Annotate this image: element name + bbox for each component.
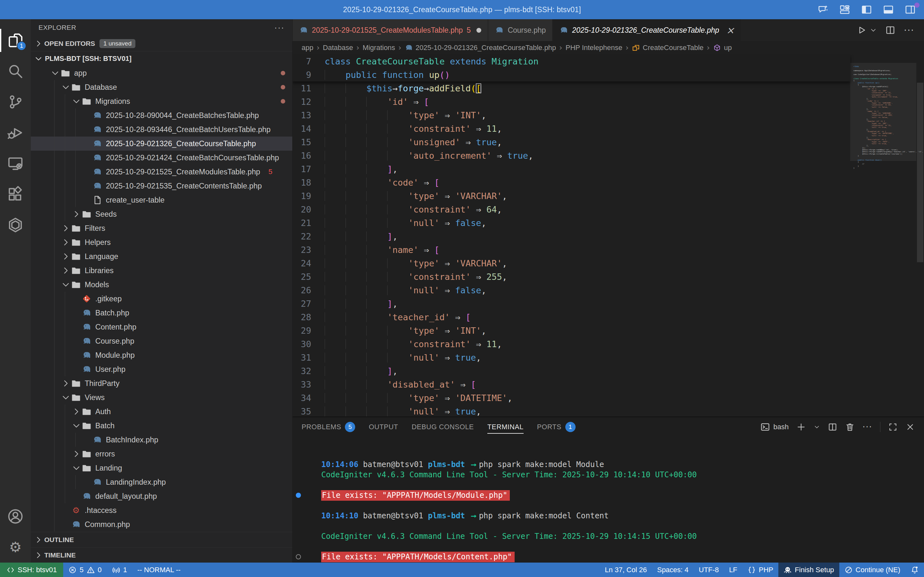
activity-account-button[interactable]: [0, 501, 31, 532]
code-line[interactable]: 34 'type' ⇒ 'DATETIME',: [292, 391, 924, 405]
code-line[interactable]: 7 class CreateCourseTable extends Migrat…: [292, 55, 850, 68]
tree-item[interactable]: Module.php: [31, 348, 292, 362]
open-editors-section[interactable]: OPEN EDITORS 1 unsaved: [31, 36, 292, 51]
status-vim-mode[interactable]: -- NORMAL --: [132, 562, 186, 577]
code-line[interactable]: 11 $this→forge→addField([: [292, 81, 924, 95]
activity-source-control-button[interactable]: [0, 87, 31, 117]
chevron-down-icon[interactable]: [870, 27, 877, 34]
activity-extensions-button[interactable]: [0, 179, 31, 210]
more-actions-button[interactable]: ···: [904, 25, 914, 35]
code-line[interactable]: 22 ],: [292, 229, 924, 243]
code-line[interactable]: 28 'teacher_id' ⇒ [: [292, 310, 924, 324]
split-editor-button[interactable]: [885, 25, 895, 35]
code-line[interactable]: 12 'id' ⇒ [: [292, 95, 924, 108]
code-line[interactable]: 25 'constraint' ⇒ 255,: [292, 270, 924, 284]
breadcrumb-item[interactable]: up: [713, 44, 732, 52]
code-line[interactable]: 17 ],: [292, 162, 924, 176]
code-line[interactable]: 29 'type' ⇒ 'INT',: [292, 324, 924, 337]
tree-item[interactable]: 2025-10-29-021525_CreateModulesTable.php…: [31, 165, 292, 179]
toggle-secondary-sidebar-icon[interactable]: [905, 4, 916, 15]
code-line[interactable]: 20 'constraint' ⇒ 64,: [292, 203, 924, 216]
toggle-panel-icon[interactable]: [883, 4, 894, 15]
terminal[interactable]: 10:14:06 batmen@btsv01 plms-bdt → php sp…: [292, 437, 924, 562]
panel-tab-ports[interactable]: PORTS 1: [537, 417, 575, 437]
code-line[interactable]: 26 'null' ⇒ false,: [292, 284, 924, 297]
activity-codeigniter-button[interactable]: [0, 210, 31, 240]
tree-item[interactable]: Language: [31, 250, 292, 263]
editor-tab[interactable]: 2025-10-29-021525_CreateModulesTable.php…: [292, 19, 488, 41]
tree-item[interactable]: Filters: [31, 221, 292, 235]
activity-explorer-button[interactable]: 1: [0, 25, 31, 56]
breadcrumb-item[interactable]: app: [302, 44, 313, 52]
panel-tab-debug-console[interactable]: DEBUG CONSOLE: [412, 417, 474, 437]
command-decoration[interactable]: [296, 493, 301, 498]
breadcrumb-item[interactable]: PHP Intelephense: [565, 44, 622, 52]
tree-item[interactable]: ThirdParty: [31, 376, 292, 390]
code-line[interactable]: 18 'code' ⇒ [: [292, 176, 924, 189]
code-line[interactable]: 16 'auto_increment' ⇒ true,: [292, 149, 924, 162]
code-line[interactable]: 19 'type' ⇒ 'VARCHAR',: [292, 189, 924, 203]
code-line[interactable]: 35 'null' ⇒ true,: [292, 405, 924, 417]
tree-item[interactable]: Course.php: [31, 334, 292, 348]
editor-tab[interactable]: Course.php: [488, 19, 552, 41]
editor-scrollbar[interactable]: [916, 55, 924, 417]
command-decoration[interactable]: [296, 554, 301, 559]
status-language[interactable]: PHP: [742, 562, 779, 577]
code-line[interactable]: 27 ],: [292, 297, 924, 310]
tree-item[interactable]: Models: [31, 277, 292, 292]
explorer-more-actions-button[interactable]: ···: [274, 23, 284, 33]
code-editor[interactable]: 11 $this→forge→addField([ 12 'id' ⇒ [ 13…: [292, 55, 924, 417]
editor-tab[interactable]: 2025-10-29-021326_CreateCourseTable.php …: [553, 19, 740, 41]
tree-item[interactable]: Auth: [31, 405, 292, 419]
tree-item[interactable]: 2025-10-28-090044_CreateBatchesTable.php: [31, 108, 292, 122]
panel-tab-terminal[interactable]: TERMINAL: [487, 417, 523, 437]
close-panel-button[interactable]: [905, 422, 915, 432]
tree-item[interactable]: Common.php: [31, 517, 292, 532]
workspace-root-item[interactable]: PLMS-BDT [SSH: BTSV01]: [31, 51, 292, 66]
code-line[interactable]: 24 'type' ⇒ 'VARCHAR',: [292, 256, 924, 270]
tree-item[interactable]: create_user-table: [31, 193, 292, 207]
tree-item[interactable]: 2025-10-29-021424_CreateBatchCoursesTabl…: [31, 151, 292, 165]
code-line[interactable]: 21 'null' ⇒ false,: [292, 216, 924, 229]
tree-item[interactable]: User.php: [31, 362, 292, 376]
modified-dot[interactable]: [477, 28, 481, 33]
code-line[interactable]: 31 'null' ⇒ true,: [292, 351, 924, 364]
tree-item[interactable]: Content.php: [31, 320, 292, 334]
status-cursor-position[interactable]: Ln 37, Col 26: [599, 562, 652, 577]
outline-section[interactable]: OUTLINE: [31, 532, 292, 547]
status-indentation[interactable]: Spaces: 4: [652, 562, 694, 577]
panel-tab-problems[interactable]: PROBLEMS 5: [302, 417, 355, 437]
minimap[interactable]: <?php namespace App\Database\Migrations;…: [850, 55, 916, 417]
tree-item[interactable]: default_layout.php: [31, 489, 292, 503]
code-line[interactable]: 23 'name' ⇒ [: [292, 243, 924, 256]
kill-terminal-button[interactable]: [845, 422, 855, 432]
code-line[interactable]: 15 'unsigned' ⇒ true,: [292, 135, 924, 149]
status-encoding[interactable]: UTF-8: [694, 562, 724, 577]
split-terminal-button[interactable]: [828, 422, 837, 432]
customize-layout-icon[interactable]: [839, 4, 850, 15]
copilot-chat-icon[interactable]: [817, 4, 829, 15]
chevron-down-icon[interactable]: [814, 424, 820, 430]
breadcrumb-item[interactable]: CreateCourseTable: [632, 44, 704, 52]
status-continue[interactable]: Continue (NE): [839, 562, 905, 577]
status-feedback[interactable]: 1: [107, 562, 132, 577]
tree-item[interactable]: 2025-10-29-021326_CreateCourseTable.php: [31, 137, 292, 151]
tree-item[interactable]: 2025-10-29-021535_CreateContentsTable.ph…: [31, 179, 292, 193]
close-icon[interactable]: ×: [726, 25, 734, 36]
tree-item[interactable]: Views: [31, 390, 292, 405]
tree-item[interactable]: 2025-10-28-093446_CreateBatchUsersTable.…: [31, 122, 292, 137]
status-notifications[interactable]: [905, 562, 924, 577]
toggle-sidebar-icon[interactable]: [861, 4, 872, 15]
tree-item[interactable]: Landing: [31, 461, 292, 475]
tree-item[interactable]: Batch.php: [31, 306, 292, 320]
run-file-button[interactable]: [856, 25, 867, 35]
scrollbar-slider[interactable]: [917, 83, 923, 262]
status-eol[interactable]: LF: [724, 562, 742, 577]
code-line[interactable]: 32 ],: [292, 364, 924, 378]
timeline-section[interactable]: TIMELINE: [31, 547, 292, 562]
activity-search-button[interactable]: [0, 56, 31, 87]
status-finish-setup[interactable]: Finish Setup: [779, 562, 839, 577]
tree-item[interactable]: app: [31, 66, 292, 80]
tree-item[interactable]: Database: [31, 80, 292, 94]
code-line[interactable]: 9 public function up(): [292, 68, 850, 81]
